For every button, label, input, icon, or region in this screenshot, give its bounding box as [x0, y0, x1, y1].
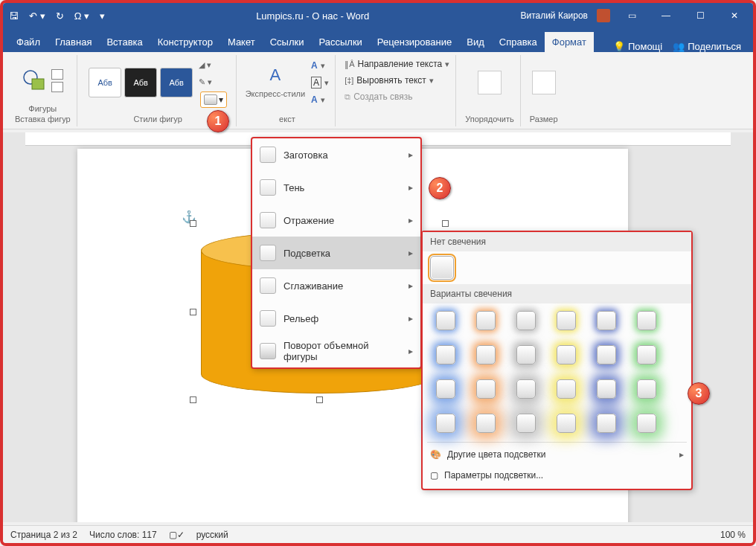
share-button[interactable]: 👥 Поделиться [673, 41, 741, 52]
size-label: Размер [530, 115, 558, 125]
glow-option[interactable] [476, 379, 496, 399]
glow-option[interactable] [637, 311, 656, 330]
glow-option[interactable] [637, 414, 656, 433]
resize-handle[interactable] [190, 220, 196, 227]
save-icon[interactable]: 🖫 [9, 10, 19, 22]
shape-effects-button[interactable]: ▾ [200, 91, 227, 108]
minimize-icon[interactable]: — [653, 7, 679, 25]
glow-option[interactable] [516, 379, 536, 399]
tab-file[interactable]: Файл [9, 32, 48, 52]
glow-option[interactable] [557, 379, 576, 399]
glow-option[interactable] [557, 345, 576, 364]
glow-option[interactable] [436, 311, 455, 330]
glow-row-4 [423, 406, 691, 440]
text-direction-button[interactable]: ‖Â Направление текста ▾ [345, 57, 449, 71]
edit-shape-icon[interactable] [51, 69, 63, 80]
tab-format[interactable]: Формат [545, 32, 594, 52]
undo-icon[interactable]: ↶ ▾ [29, 10, 45, 22]
shapes-label: Фигуры [28, 104, 57, 115]
glow-option[interactable] [476, 311, 496, 330]
glow-option[interactable] [476, 414, 496, 433]
glow-option[interactable] [597, 379, 616, 399]
tab-review[interactable]: Рецензирование [370, 32, 459, 52]
glow-option[interactable] [516, 414, 536, 433]
size-icon[interactable] [532, 71, 556, 94]
close-icon[interactable]: ✕ [722, 7, 747, 25]
ribbon-tabs: Файл Главная Вставка Конструктор Макет С… [3, 28, 753, 52]
menu-shadow[interactable]: Тень▸ [252, 171, 420, 204]
glow-option[interactable] [436, 414, 455, 433]
menu-rotate3d[interactable]: Поворот объемной фигуры▸ [252, 335, 420, 367]
maximize-icon[interactable]: ☐ [688, 7, 713, 25]
create-link-button[interactable]: ⧉ Создать связь [345, 89, 449, 104]
group-label-styles: Стили фигур [133, 115, 182, 125]
glow-options[interactable]: ▢Параметры подсветки... [423, 465, 691, 486]
text-effects-button[interactable]: A ▾ [311, 92, 329, 107]
shape-fill-button[interactable]: ◢ ▾ [199, 57, 227, 72]
menu-bevel[interactable]: Рельеф▸ [252, 302, 420, 335]
resize-handle[interactable] [316, 396, 323, 403]
group-insert-shapes: Фигуры Вставка фигур [9, 55, 77, 126]
glow-row-1 [423, 303, 691, 338]
text-fill-button[interactable]: A ▾ [311, 58, 329, 73]
glow-option[interactable] [436, 345, 455, 364]
menu-glow[interactable]: Подсветка▸ [252, 237, 420, 269]
text-box-icon[interactable] [51, 82, 63, 92]
page-status[interactable]: Страница 2 из 2 [10, 530, 77, 540]
arrange-icon[interactable] [478, 71, 502, 94]
no-glow-option[interactable] [430, 256, 454, 280]
glow-option[interactable] [557, 414, 576, 433]
glow-option[interactable] [637, 379, 656, 399]
redo-icon[interactable]: ↻ [56, 10, 64, 22]
glow-option[interactable] [476, 345, 496, 364]
text-outline-button[interactable]: A ▾ [311, 75, 329, 90]
zoom-level[interactable]: 100 % [720, 530, 746, 540]
more-glow-colors[interactable]: 🎨Другие цвета подсветки▸ [423, 444, 691, 465]
word-count[interactable]: Число слов: 117 [89, 530, 157, 540]
style-swatch-2[interactable]: Абв [124, 68, 157, 97]
tab-layout[interactable]: Макет [220, 32, 263, 52]
language-status[interactable]: русский [196, 530, 228, 540]
glow-gallery: Нет свечения Варианты свечения 🎨Другие ц… [421, 231, 693, 490]
user-name[interactable]: Виталий Каиров [520, 10, 588, 21]
glow-option[interactable] [597, 345, 616, 364]
ribbon-display-icon[interactable]: ▭ [619, 7, 644, 25]
glow-option[interactable] [557, 311, 576, 330]
style-swatch-1[interactable]: Абв [89, 68, 121, 97]
tab-help[interactable]: Справка [492, 32, 545, 52]
svg-rect-1 [32, 79, 44, 89]
help-button[interactable]: 💡 Помощі [613, 41, 662, 52]
resize-handle[interactable] [190, 309, 196, 315]
align-text-button[interactable]: [‡] Выровнять текст ▾ [345, 73, 449, 88]
tab-view[interactable]: Вид [459, 32, 492, 52]
glow-option[interactable] [637, 345, 656, 364]
style-swatch-3[interactable]: Абв [160, 68, 193, 97]
glow-option[interactable] [516, 311, 536, 330]
glow-option[interactable] [597, 311, 616, 330]
qat-dropdown-icon[interactable]: ▾ [100, 10, 105, 22]
tab-insert[interactable]: Вставка [99, 32, 150, 52]
express-styles-button[interactable]: A Экспресс-стили [246, 65, 305, 100]
resize-handle[interactable] [190, 396, 196, 403]
tab-home[interactable]: Главная [48, 32, 99, 52]
omega-icon[interactable]: Ω ▾ [74, 10, 89, 22]
resize-handle[interactable] [442, 220, 449, 227]
proofing-icon[interactable]: ▢✓ [169, 530, 185, 540]
menu-reflection[interactable]: Отражение▸ [252, 204, 420, 237]
menu-softedge[interactable]: Сглаживание▸ [252, 269, 420, 302]
shape-effects-menu: Заготовка▸ Тень▸ Отражение▸ Подсветка▸ С… [251, 137, 422, 369]
tab-designer[interactable]: Конструктор [150, 32, 220, 52]
variants-header: Варианты свечения [423, 284, 691, 303]
glow-option[interactable] [516, 345, 536, 364]
shape-outline-button[interactable]: ✎ ▾ [199, 74, 227, 89]
glow-option[interactable] [436, 379, 455, 399]
arrange-label: Упорядочить [465, 115, 513, 125]
glow-option[interactable] [597, 414, 616, 433]
shapes-icon[interactable] [22, 67, 48, 94]
group-label-insert: Вставка фигур [15, 115, 71, 125]
tab-mail[interactable]: Рассылки [311, 32, 369, 52]
avatar-icon[interactable] [597, 9, 610, 22]
tab-refs[interactable]: Ссылки [263, 32, 312, 52]
menu-preset[interactable]: Заготовка▸ [252, 138, 420, 171]
annotation-badge-2: 2 [429, 177, 451, 199]
